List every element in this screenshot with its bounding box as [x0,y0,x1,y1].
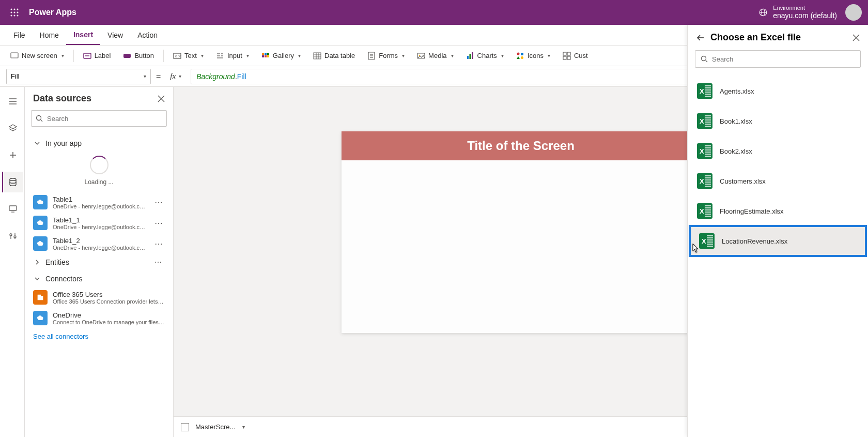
excel-file-item[interactable]: Book1.xlsx [688,106,868,136]
label-icon [83,52,91,60]
chevron-down-icon: ▾ [548,53,550,58]
data-sources-search-input[interactable] [47,115,162,123]
more-button[interactable]: ⋯ [152,218,165,228]
entities-section[interactable]: Entities ⋯ [31,254,167,270]
excel-file-item[interactable]: Book2.xlsx [688,136,868,166]
in-your-app-section[interactable]: In your app [31,135,167,152]
charts-icon [466,52,474,60]
data-source-item[interactable]: Table1_1 OneDrive - henry.legge@outlook.… [31,213,167,233]
more-button[interactable]: ⋯ [152,258,164,266]
onedrive-icon [33,311,48,325]
chevron-down-icon [34,140,40,146]
see-all-connectors-link[interactable]: See all connectors [31,328,167,344]
text-button[interactable]: abc Text ▾ [168,46,209,66]
excel-file-item[interactable]: FlooringEstimate.xlsx [688,196,868,226]
svg-point-7 [14,15,16,17]
svg-marker-45 [517,56,520,59]
data-table-button[interactable]: Data table [308,46,360,66]
user-avatar[interactable] [845,4,862,21]
app-launcher-button[interactable] [6,4,23,21]
svg-rect-58 [9,206,17,210]
media-icon [417,52,425,60]
svg-point-4 [14,12,16,13]
data-sources-title: Data sources [33,93,91,104]
input-button[interactable]: Input ▾ [211,46,254,66]
monitor-icon [8,204,18,214]
rail-advanced-button[interactable] [2,225,23,246]
menu-insert[interactable]: Insert [66,25,100,45]
data-sources-search[interactable] [31,110,167,127]
excel-file-icon [699,233,715,249]
svg-rect-49 [563,56,566,59]
charts-button[interactable]: Charts ▾ [461,46,509,66]
screen-title-bar[interactable]: Title of the Screen [342,131,700,160]
onedrive-icon [33,216,48,230]
environment-name: enayu.com (default) [773,11,837,20]
property-selector[interactable]: Fill ▾ [6,69,151,84]
svg-point-73 [702,56,706,61]
app-screen[interactable]: Title of the Screen [342,131,700,333]
menu-home[interactable]: Home [33,25,66,45]
gallery-button[interactable]: Gallery ▾ [256,46,306,66]
close-excel-panel-button[interactable] [853,34,860,41]
more-button[interactable]: ⋯ [152,198,165,207]
label-button[interactable]: Label [78,46,116,66]
plus-icon [8,150,18,160]
connectors-section[interactable]: Connectors [31,270,167,287]
menu-action[interactable]: Action [130,25,165,45]
selection-checkbox[interactable] [181,423,189,431]
svg-point-6 [11,15,12,17]
svg-rect-44 [521,53,523,55]
svg-rect-26 [262,55,264,57]
svg-point-2 [17,9,19,10]
svg-line-74 [706,61,707,62]
menu-view[interactable]: View [100,25,130,45]
menu-file[interactable]: File [6,25,33,45]
screen-name-label[interactable]: MasterScre... [195,423,235,431]
icons-button[interactable]: Icons ▾ [511,46,555,66]
rail-insert-button[interactable] [2,145,23,165]
data-source-item[interactable]: Table1_2 OneDrive - henry.legge@outlook.… [31,233,167,254]
chevron-down-icon: ▾ [246,53,249,58]
svg-rect-50 [567,56,570,59]
equals-sign: = [156,72,161,81]
close-icon [158,95,165,102]
back-button[interactable] [696,33,705,42]
excel-file-item[interactable]: LocationRevenue.xlsx [690,226,866,256]
forms-button[interactable]: Forms ▾ [362,46,410,66]
rail-tree-button[interactable] [2,91,23,112]
office365-icon [33,290,48,305]
data-source-item[interactable]: Table1 OneDrive - henry.legge@outlook.co… [31,192,167,213]
svg-rect-15 [123,54,131,58]
chevron-down-icon: ▾ [144,73,146,79]
excel-search[interactable] [695,50,861,68]
new-screen-button[interactable]: New screen ▾ [5,46,69,66]
connector-item[interactable]: Office 365 Users Office 365 Users Connec… [31,287,167,308]
svg-point-43 [517,52,519,55]
search-icon [36,115,43,122]
fx-button[interactable]: fx ▾ [166,72,185,81]
close-panel-button[interactable] [158,95,165,102]
icons-icon [516,52,524,60]
more-button[interactable]: ⋯ [152,239,165,249]
custom-button[interactable]: Cust [557,46,593,66]
media-button[interactable]: Media ▾ [412,46,458,66]
chevron-down-icon[interactable]: ▾ [242,424,245,430]
environment-picker[interactable]: Environment enayu.com (default) [758,5,837,20]
waffle-icon [10,8,19,17]
excel-file-icon [697,83,712,99]
excel-search-input[interactable] [712,55,855,63]
spinner-icon [90,156,109,174]
excel-file-item[interactable]: Agents.xlsx [688,76,868,106]
rail-layers-button[interactable] [2,118,23,139]
globe-icon [758,8,768,17]
svg-rect-47 [563,52,566,55]
button-button[interactable]: Button [118,46,159,66]
chevron-right-icon [34,259,40,265]
rail-data-button[interactable] [2,172,23,192]
text-icon: abc [173,52,181,60]
excel-file-item[interactable]: Customers.xlsx [688,166,868,196]
data-sources-panel: Data sources In your app Loading ... [25,87,174,437]
rail-media-button[interactable] [2,199,23,219]
connector-item[interactable]: OneDrive Connect to OneDrive to manage y… [31,308,167,328]
